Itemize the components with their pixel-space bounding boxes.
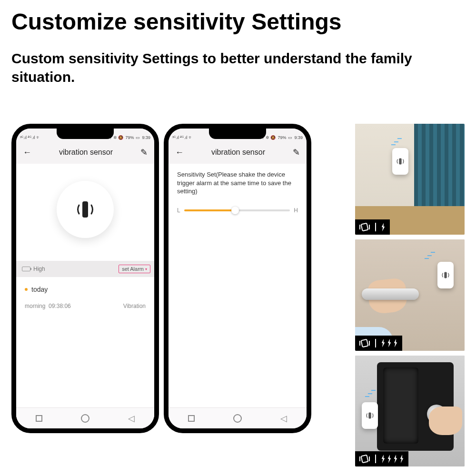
slider-thumb[interactable]: [231, 207, 239, 214]
bolt-icon: [381, 455, 386, 463]
battery-icon: ▭: [136, 135, 140, 140]
bolt-icon: [393, 339, 398, 347]
screen-body: Sensitivity Set(Please shake the device …: [169, 164, 307, 407]
svg-rect-2: [361, 223, 368, 231]
sensor-device-icon: [437, 262, 454, 288]
scene-door: [355, 239, 465, 350]
vibration-badge-icon: [359, 222, 370, 232]
svg-rect-10: [361, 455, 368, 463]
battery-percent: 79%: [278, 135, 286, 140]
status-time: 9:39: [294, 135, 303, 140]
battery-icon: ▭: [288, 135, 292, 140]
sensor-device-icon: [392, 148, 408, 175]
signal-icon: ³ᴳ.ıl ⁴ᴳ.ıl ᯤ: [20, 135, 40, 140]
nav-home-button[interactable]: [81, 414, 89, 423]
edit-icon[interactable]: ✎: [293, 147, 300, 158]
bolt-group: [381, 455, 405, 463]
set-alarm-button[interactable]: set Alarm ▾: [119, 265, 150, 273]
sensitivity-description: Sensitivity Set(Please shake the device …: [169, 164, 307, 196]
phone-main-screen: ³ᴳ.ıl ⁴ᴳ.ıl ᯤ ℕ ᚼ ✲ 🔕 79% ▭ 9:39 ← vibra…: [11, 124, 159, 433]
event-log: today morning 09:38:06 Vibration: [16, 277, 154, 309]
edit-icon[interactable]: ✎: [140, 147, 148, 158]
log-row[interactable]: morning 09:38:06 Vibration: [25, 303, 146, 309]
svg-rect-6: [361, 339, 368, 347]
log-time: 09:38:06: [49, 303, 71, 309]
phone-sensitivity-screen: ³ᴳ.ıl ⁴ᴳ.ıl ᯤ ℕ ᚼ ✲ 🔕 79% ▭ 9:39 ← vibra…: [164, 124, 311, 433]
intensity-badge: [355, 219, 390, 235]
back-arrow-icon[interactable]: ←: [23, 148, 31, 158]
svg-rect-5: [444, 272, 446, 278]
separator: [375, 339, 376, 347]
bolt-group: [381, 339, 398, 347]
status-strip: High set Alarm ▾: [16, 261, 154, 277]
sensitivity-slider-row: L H: [177, 207, 298, 214]
bolt-icon: [393, 455, 398, 463]
back-arrow-icon[interactable]: ←: [175, 148, 184, 158]
nav-recent-button[interactable]: [36, 415, 42, 422]
nav-back-button[interactable]: ◁: [280, 413, 287, 424]
vibration-icon: [72, 197, 98, 222]
android-nav-bar: ◁: [169, 407, 307, 428]
sensitivity-slider[interactable]: [184, 209, 290, 211]
sensor-device-icon: [362, 402, 378, 429]
chevron-down-icon: ▾: [145, 267, 147, 271]
svg-rect-9: [368, 412, 371, 418]
log-time-prefix: morning: [25, 303, 45, 309]
title-bar: ← vibration sensor ✎: [169, 141, 307, 164]
slider-high-label: H: [294, 207, 298, 214]
svg-rect-0: [82, 201, 88, 218]
intensity-badge: [355, 451, 408, 466]
screen-title: vibration sensor: [59, 148, 113, 157]
scenario-tile: ⸜⸜⸜: [355, 239, 465, 350]
battery-icon: [22, 267, 30, 271]
intensity-badge: [355, 336, 402, 351]
scenario-tiles: ⸜⸜⸜⸜⸜⸜⸜⸜⸜: [355, 124, 465, 466]
slider-low-label: L: [177, 207, 180, 214]
log-day-dot-icon: [25, 288, 28, 291]
bolt-icon: [399, 455, 405, 463]
separator: [375, 455, 376, 463]
nav-back-button[interactable]: ◁: [128, 413, 135, 424]
vibration-badge-icon: [359, 454, 370, 464]
bolt-icon: [381, 223, 386, 231]
nav-recent-button[interactable]: [188, 415, 195, 422]
bolt-icon: [387, 455, 392, 463]
scenario-tile: ⸜⸜⸜: [355, 124, 465, 235]
bolt-icon: [381, 339, 386, 347]
separator: [375, 223, 376, 231]
log-day-header: today: [25, 286, 146, 293]
scene-wall: [355, 124, 465, 235]
screen-body: High set Alarm ▾ today morning 09:38:06: [16, 181, 154, 425]
set-alarm-label: set Alarm: [122, 266, 144, 272]
nav-home-button[interactable]: [233, 414, 242, 423]
status-time: 9:39: [142, 135, 150, 140]
svg-rect-1: [399, 159, 402, 165]
scenario-tile: ⸜⸜⸜: [355, 356, 465, 466]
battery-percent: 79%: [125, 135, 134, 140]
page-subhead: Custom sensitivity Settings to better un…: [0, 35, 476, 86]
vibration-badge-icon: [359, 338, 370, 348]
log-day-label: today: [31, 286, 48, 293]
sensor-hero-button[interactable]: [57, 181, 114, 238]
battery-level-label: High: [33, 266, 45, 272]
bolt-icon: [387, 339, 392, 347]
screen-title: vibration sensor: [211, 148, 265, 157]
phone-notch: [57, 129, 114, 139]
signal-icon: ³ᴳ.ıl ⁴ᴳ.ıl ᯤ: [172, 135, 193, 140]
title-bar: ← vibration sensor ✎: [16, 141, 154, 164]
bolt-group: [381, 223, 386, 231]
android-nav-bar: ◁: [16, 407, 154, 428]
stage: ³ᴳ.ıl ⁴ᴳ.ıl ᯤ ℕ ᚼ ✲ 🔕 79% ▭ 9:39 ← vibra…: [11, 124, 465, 466]
page-headline: Customize sensitivity Settings: [0, 0, 476, 35]
log-event-type: Vibration: [123, 303, 146, 309]
phone-notch: [209, 129, 266, 139]
